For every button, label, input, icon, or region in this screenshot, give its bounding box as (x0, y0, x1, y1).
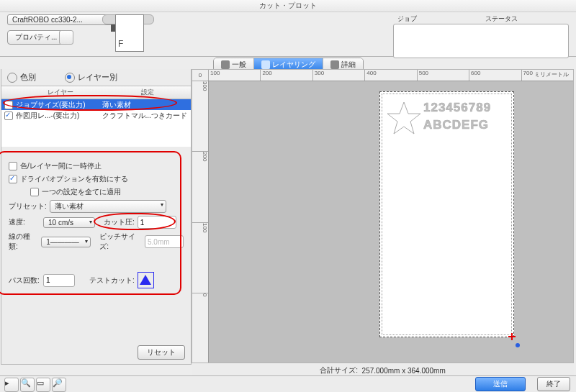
preset-select[interactable]: 薄い素材 (50, 200, 166, 213)
origin-marker-icon (508, 333, 516, 340)
check-applyall[interactable] (30, 188, 39, 196)
layering-icon (261, 60, 270, 69)
send-button[interactable]: 送信 (475, 377, 526, 391)
testcut-button[interactable] (138, 272, 154, 288)
check-driver[interactable] (9, 175, 17, 183)
ruler-units: ミリメートル (533, 70, 570, 78)
advanced-icon (330, 60, 339, 69)
left-panel: 色別 レイヤー別 レイヤー 設定 ジョブサイズ(要出力) 薄い素材 作図用レ..… (1, 69, 192, 365)
done-button[interactable]: 終了 (537, 377, 570, 391)
device-select[interactable]: CraftROBO cc330-2... (7, 14, 113, 25)
fit-icon[interactable]: ▭ (36, 378, 50, 392)
radio-by-layer[interactable] (65, 73, 75, 83)
zoom-all-icon[interactable]: 🔎 (52, 378, 66, 392)
totalsize-value: 257.000mm x 364.000mm (362, 367, 446, 375)
pointer-icon[interactable]: ▸ (4, 378, 19, 392)
job-col-job: ジョブ (393, 14, 481, 24)
canvas[interactable]: 0 100200300400500600700 ミリメートル 010020030… (192, 69, 574, 364)
highlight-row (3, 95, 177, 111)
handle-dot-icon[interactable] (516, 343, 520, 347)
layer-row-1[interactable]: 作図用レ...-(要出力) クラフトマル...つきカード (1, 110, 191, 121)
window-titlebar: カット・プロット (0, 0, 576, 12)
general-icon (221, 60, 230, 69)
properties-button[interactable]: プロパティ... (7, 30, 65, 45)
layer-row-1-check[interactable] (4, 111, 13, 120)
speed-select[interactable]: 10 cm/s (43, 217, 95, 228)
actionbar: ▸ 🔍 ▭ 🔎 送信 終了 (0, 375, 576, 392)
ruler-vertical: 0100200300 (192, 81, 209, 363)
linetype-select[interactable]: 1———— (41, 237, 91, 247)
job-list[interactable] (393, 24, 569, 58)
ruler-corner: 0 (192, 70, 209, 81)
toolbar: CraftROBO cc330-2... プロパティ... F ジョブステータス (0, 12, 576, 57)
reset-button[interactable]: リセット (138, 345, 185, 360)
job-panel: ジョブステータス (393, 14, 569, 58)
ruler-horizontal: 100200300400500600700 (208, 70, 573, 81)
zoom-icon[interactable]: 🔍 (20, 378, 35, 392)
label-by-layer: レイヤー別 (78, 72, 117, 83)
job-col-status: ステータス (481, 14, 569, 24)
totalsize-label: 合計サイズ: (320, 365, 358, 375)
radio-by-color[interactable] (7, 73, 17, 83)
label-by-color: 色別 (20, 72, 36, 83)
thumbnail-icon[interactable] (59, 30, 73, 45)
page-preview-icon: F (115, 14, 144, 52)
check-pause[interactable] (9, 162, 17, 170)
paper-inner-border (382, 94, 512, 335)
highlight-cutpress (94, 213, 176, 230)
